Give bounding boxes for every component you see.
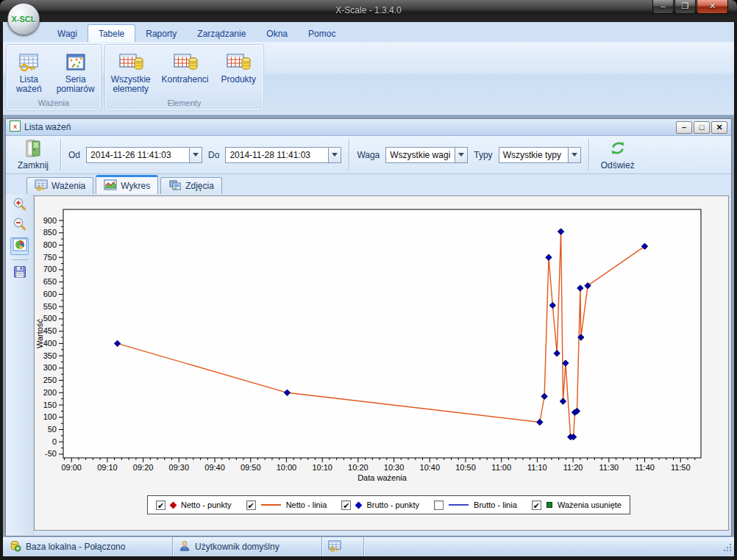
typy-combo[interactable]: Wszystkie typy [499,147,581,163]
doc-close-button[interactable]: ✕ [711,121,727,134]
table-key-small-icon [35,179,48,193]
door-icon [24,139,43,160]
minimize-button[interactable]: – [652,0,674,14]
svg-text:10:00: 10:00 [277,463,297,472]
ribbon-tab-zarzadzanie[interactable]: Zarządzanie [187,25,256,42]
tab-zdjecia[interactable]: Zdjęcia [160,177,222,194]
svg-text:11:30: 11:30 [599,463,619,472]
svg-text:-50: -50 [45,449,57,458]
seria-pomiarow-button[interactable]: Seria pomiarów [51,49,100,96]
svg-text:10:10: 10:10 [312,463,332,472]
chart-panel: -500501001502002503003504004505005506006… [34,195,729,531]
chart-style-button[interactable] [10,237,29,255]
ribbon-tab-wagi[interactable]: Wagi [47,25,88,42]
tab-wazenia[interactable]: Ważenia [26,177,93,194]
doc-minimize-button[interactable]: – [676,121,692,134]
resize-grip[interactable] [722,542,733,555]
ribbon-group-elementy: Wszystkie elementy Kontrahenci Produkty … [104,44,264,111]
doc-window-title: Lista ważeń [24,122,674,132]
svg-text:Wartość: Wartość [35,319,44,348]
svg-text:100: 100 [43,412,57,421]
ribbon-group-wazenia: Lista ważeń Seria pomiarów Ważenia [6,44,102,111]
svg-text:300: 300 [43,363,57,372]
svg-text:50: 50 [48,425,57,434]
svg-text:0: 0 [52,437,57,446]
window-controls: – ❐ ✕ [652,0,728,14]
status-table [322,537,363,556]
legend-checkbox-2[interactable]: ✔ [341,500,351,510]
restore-button[interactable]: ❐ [674,0,696,14]
toolbar-separator [349,139,349,170]
legend: ✔Netto - punkty✔Netto - linia✔Brutto - p… [147,495,630,514]
application-window: X-Scale - 1.3.4.0 – ❐ ✕ X-SCL Wagi Tabel… [0,0,737,560]
svg-text:09:50: 09:50 [241,463,261,472]
odswiez-button[interactable]: Odśwież [597,138,639,171]
chart-canvas[interactable]: -500501001502002503003504004505005506006… [35,196,730,493]
legend-label: Netto - linia [286,500,327,509]
svg-text:750: 750 [43,253,57,262]
lista-wazen-button[interactable]: Lista ważeń [7,49,50,96]
zoom-out-button[interactable] [10,218,29,235]
do-label: Do [208,150,219,160]
close-button[interactable]: ✕ [697,0,728,14]
svg-text:350: 350 [43,351,57,360]
chevron-down-icon[interactable] [568,148,580,162]
user-icon [179,539,191,554]
scatter-chart-icon [65,50,87,75]
ribbon-tab-tabele[interactable]: Tabele [88,24,135,42]
ribbon-tab-raporty[interactable]: Raporty [135,25,187,42]
status-bar: Baza lokalna - Połączono Użytkownik domy… [3,536,734,556]
zoom-in-button[interactable] [10,198,29,215]
svg-text:450: 450 [43,326,57,335]
produkty-button[interactable]: Produkty [216,49,261,86]
doc-window-icon: X [10,121,21,134]
do-date-combo[interactable]: 2014-11-28 11:41:03 [225,147,341,163]
save-button[interactable] [10,265,29,282]
svg-text:900: 900 [43,216,57,225]
ribbon-tab-okna[interactable]: Okna [256,25,298,42]
svg-text:850: 850 [43,228,57,237]
legend-label: Netto - punkty [181,500,231,509]
wszystkie-elementy-button[interactable]: Wszystkie elementy [107,49,154,96]
legend-marker-line-icon [449,504,469,506]
tab-wykres[interactable]: Wykres [96,175,158,194]
waga-label: Waga [357,150,380,160]
svg-text:150: 150 [43,401,57,409]
svg-text:11:20: 11:20 [563,463,583,472]
doc-maximize-button[interactable]: □ [694,121,710,134]
zamknij-button[interactable]: Zamknij [13,138,53,171]
save-icon [13,265,27,282]
doc-tab-strip: Ważenia Wykres Zdjęcia [6,174,731,194]
legend-checkbox-1[interactable]: ✔ [246,500,256,510]
chevron-down-icon[interactable] [189,148,202,162]
svg-text:10:40: 10:40 [420,463,441,472]
legend-checkbox-4[interactable]: ✔ [532,500,541,510]
waga-combo[interactable]: Wszystkie wagi [385,147,468,163]
zoom-in-icon [12,197,28,216]
svg-text:200: 200 [43,388,57,397]
legend-marker-square-icon [546,502,552,508]
svg-text:Data ważenia: Data ważenia [357,473,407,482]
svg-text:11:00: 11:00 [491,463,511,472]
table-key-icon [18,50,40,75]
doc-title-bar[interactable]: X Lista ważeń – □ ✕ [6,119,731,136]
zoom-out-icon [12,217,28,236]
legend-checkbox-3[interactable] [434,500,444,510]
chevron-down-icon[interactable] [328,148,341,162]
doc-content: -500501001502002503003504004505005506006… [6,194,731,536]
status-database: Baza lokalna - Połączono [3,537,172,556]
kontrahenci-button[interactable]: Kontrahenci [157,49,214,86]
chart-small-icon [104,179,117,193]
title-bar[interactable]: X-Scale - 1.3.4.0 [0,0,737,22]
table-db-icon [226,50,251,75]
window-title: X-Scale - 1.3.4.0 [0,5,737,15]
chevron-down-icon[interactable] [455,148,467,162]
svg-text:550: 550 [43,302,57,311]
od-date-combo[interactable]: 2014-11-26 11:41:03 [86,147,202,163]
legend-checkbox-0[interactable]: ✔ [156,500,165,510]
svg-text:11:10: 11:10 [527,463,547,472]
app-logo-icon: X-SCL [7,3,40,35]
svg-text:09:20: 09:20 [133,463,154,472]
ribbon-tab-pomoc[interactable]: Pomoc [298,25,346,42]
svg-text:10:30: 10:30 [384,463,405,472]
